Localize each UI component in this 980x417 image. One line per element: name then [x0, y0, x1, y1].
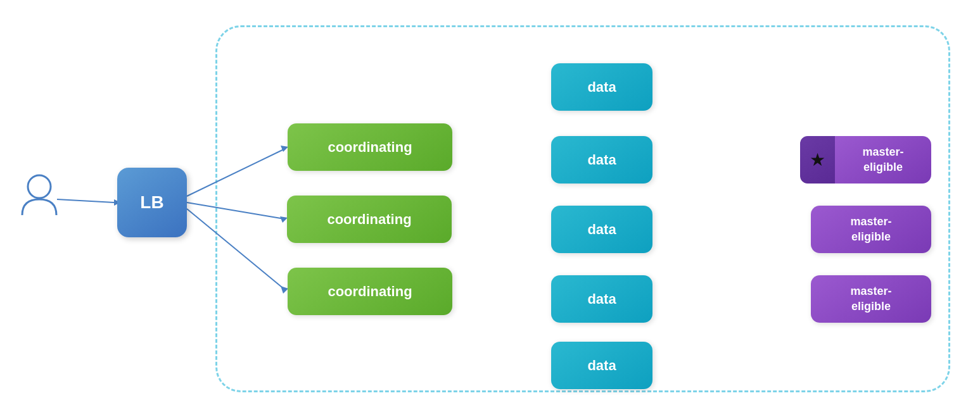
data-label-4: data [587, 291, 616, 308]
coordinating-label-1: coordinating [328, 139, 412, 156]
master-node-1: master-eligible [835, 136, 931, 184]
master-label-3: master-eligible [850, 284, 891, 314]
master-label-1: master-eligible [862, 145, 903, 175]
master-node-2: master-eligible [811, 206, 931, 253]
data-label-2: data [587, 152, 616, 168]
data-node-4: data [551, 275, 652, 323]
data-label-5: data [587, 358, 616, 374]
master-star-icon: ★ [800, 136, 835, 184]
data-label-3: data [587, 221, 616, 238]
data-node-2: data [551, 136, 652, 184]
coordinating-node-3: coordinating [288, 268, 452, 315]
coordinating-node-2: coordinating [287, 196, 452, 243]
master-label-2: master-eligible [850, 215, 891, 244]
master-node-3: master-eligible [811, 275, 931, 323]
coordinating-node-1: coordinating [288, 123, 452, 171]
lb-node: LB [117, 168, 187, 237]
coordinating-label-3: coordinating [328, 283, 412, 300]
data-node-1: data [551, 63, 652, 111]
svg-line-1 [57, 199, 114, 202]
svg-point-0 [28, 175, 51, 198]
data-node-3: data [551, 206, 652, 253]
data-label-1: data [587, 79, 616, 96]
main-canvas: LB coordinating coordinating coordinatin… [0, 0, 980, 417]
coordinating-label-2: coordinating [327, 211, 411, 228]
lb-label: LB [140, 192, 163, 213]
data-node-5: data [551, 342, 652, 389]
